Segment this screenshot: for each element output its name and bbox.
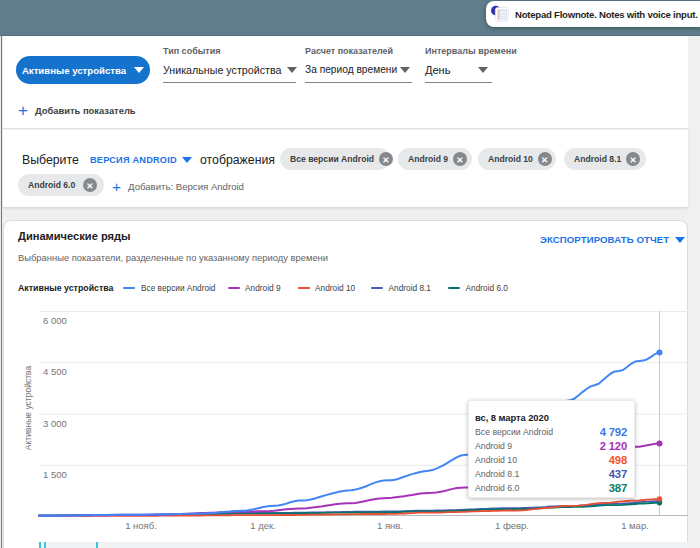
svg-text:6 000: 6 000 [43,315,67,326]
svg-text:1 янв.: 1 янв. [377,520,403,531]
svg-text:Активные устройства: Активные устройства [23,366,33,451]
svg-text:1 500: 1 500 [43,469,67,480]
svg-text:1 февр.: 1 февр. [495,520,529,531]
svg-text:1 нояб.: 1 нояб. [125,520,157,531]
svg-text:3 000: 3 000 [43,418,67,429]
svg-text:4 500: 4 500 [43,366,67,377]
svg-text:1 дек.: 1 дек. [250,520,276,531]
svg-text:1 мар.: 1 мар. [621,520,649,531]
